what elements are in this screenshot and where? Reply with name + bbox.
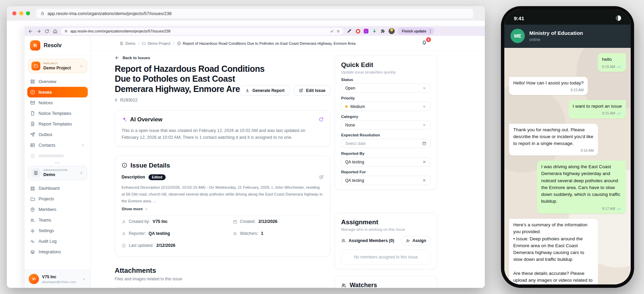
minimize-window-button[interactable] xyxy=(19,11,23,15)
edit-issue-button[interactable]: Edit Issue xyxy=(294,85,331,96)
close-window-button[interactable] xyxy=(12,11,16,15)
back-to-issues-link[interactable]: Back to Issues xyxy=(115,55,331,60)
hash-icon: # xyxy=(115,98,117,103)
status-time: 9:41 xyxy=(514,15,524,21)
back-arrow-icon xyxy=(115,55,120,60)
organization-selector[interactable]: ORGANIZATION Demo xyxy=(28,166,87,180)
chevron-right-icon xyxy=(81,143,85,147)
chevron-down-icon xyxy=(422,104,426,109)
sidebar-item-contacts[interactable]: Contacts xyxy=(27,140,88,150)
bookmark-star-icon[interactable] xyxy=(336,29,340,33)
sidebar-item-notices[interactable]: Notices xyxy=(27,97,88,108)
site-info-icon[interactable] xyxy=(64,29,68,33)
sidebar-item-integrations[interactable]: Integrations xyxy=(27,247,88,257)
refresh-icon[interactable] xyxy=(319,117,324,122)
organization-building-icon xyxy=(31,169,40,177)
read-receipt-icon: ✓✓ xyxy=(617,111,622,117)
watchers-row: Watchers:1 xyxy=(233,229,324,238)
sidebar-item-overview[interactable]: Overview xyxy=(27,76,88,87)
extensions-puzzle-icon[interactable] xyxy=(380,28,386,34)
browser-omnibox[interactable]: app.resolv-ims.com/organizations/demo/pr… xyxy=(61,28,344,35)
project-selector[interactable]: PROJECT Demo Project xyxy=(28,59,87,73)
password-key-icon[interactable] xyxy=(330,29,334,33)
extension-green-arrow-icon[interactable] xyxy=(372,28,377,34)
main-area: Demo / Demo Project / Report of Hazardou… xyxy=(91,36,485,288)
sidebar-item-notice-templates[interactable]: Notice Templates xyxy=(27,108,88,119)
watchers-card: Watchers Contacts and groups notified of… xyxy=(335,276,437,288)
reported-by-label: Reported By xyxy=(341,151,431,156)
home-icon[interactable] xyxy=(53,29,58,34)
extension-eyedropper-icon[interactable] xyxy=(347,28,352,34)
sparkle-icon xyxy=(122,117,127,122)
sidebar-item-projects[interactable]: Projects xyxy=(27,194,88,204)
resolv-logo: R xyxy=(30,40,40,51)
chat-contact-name: Ministry of Education xyxy=(529,30,583,36)
phone-mockup: 9:41 ME Ministry of Education online hel… xyxy=(501,6,634,288)
download-icon xyxy=(245,88,250,93)
sidebar-item-dashboard[interactable]: Dashboard xyxy=(27,183,88,194)
mac-browser-window: app.resolv-ima.com/organizations/demo/pr… xyxy=(7,6,485,288)
message-time: 9:16 AM xyxy=(580,148,594,153)
extension-purple-download-icon[interactable]: ↓ xyxy=(364,29,368,34)
created-row: Created:2/12/2026 xyxy=(233,217,324,226)
chevron-down-icon xyxy=(422,123,426,127)
maximize-window-button[interactable] xyxy=(26,11,30,15)
breadcrumb-issue[interactable]: Report of Hazardous Road Conditions Due … xyxy=(177,41,355,45)
issue-details-card: Issue Details Description Edited Enhance… xyxy=(115,156,331,256)
issue-id: # R293022 xyxy=(115,98,331,103)
priority-dot-icon xyxy=(345,105,348,108)
back-icon[interactable] xyxy=(28,29,33,34)
sidebar-item-outbox[interactable]: Outbox xyxy=(27,129,88,140)
browser-menu-icon[interactable]: ⋮ xyxy=(429,29,433,34)
user-icon xyxy=(122,219,126,224)
upload-attachments-button[interactable]: Upload Attachments xyxy=(115,287,331,288)
edit-description-icon[interactable] xyxy=(319,175,324,179)
show-more-link[interactable]: Show more xyxy=(122,207,324,211)
reported-for-input[interactable]: QA testing xyxy=(341,176,431,185)
sidebar-item-audit-log[interactable]: Audit Log xyxy=(27,236,88,247)
calendar-icon xyxy=(422,141,426,146)
read-receipt-icon: ✓✓ xyxy=(617,64,622,70)
sidebar-item-report-templates[interactable]: Report Templates xyxy=(27,119,88,129)
notification-badge: 5 xyxy=(426,37,431,42)
status-select[interactable]: Open xyxy=(341,83,431,93)
reported-by-input[interactable]: QA testing xyxy=(341,157,431,166)
sidebar-item-settings[interactable]: Settings xyxy=(27,226,88,236)
chat-bubble-outgoing: I was driving along the East Coast Demer… xyxy=(537,161,626,214)
chat-header[interactable]: ME Ministry of Education online xyxy=(504,25,631,48)
extension-red-icon[interactable] xyxy=(355,28,361,34)
browser-profile-avatar[interactable] xyxy=(389,28,395,34)
forward-icon[interactable] xyxy=(36,29,41,34)
category-select[interactable]: None xyxy=(341,120,431,130)
watchers-title: Watchers xyxy=(350,282,377,288)
clear-icon[interactable] xyxy=(422,178,426,183)
project-eyebrow: PROJECT xyxy=(43,62,71,65)
chat-message-list[interactable]: hello9:15 AM✓✓ Hello! How can I assist y… xyxy=(504,48,631,284)
expected-resolution-input[interactable]: Select date xyxy=(341,139,431,148)
browser-toolbar: app.resolv-ims.com/organizations/demo/pr… xyxy=(25,26,485,36)
user-menu[interactable]: VI V75 Inc developer@v75inc.com xyxy=(25,270,90,288)
clear-icon[interactable] xyxy=(422,160,426,164)
notifications-button[interactable]: 5 xyxy=(421,40,429,47)
chat-bubble-outgoing: I want to report an issue9:15 AM✓✓ xyxy=(569,100,626,119)
issue-column: Back to Issues Report of Hazardous Road … xyxy=(115,51,331,288)
sidebar-item-teams[interactable]: Teams xyxy=(27,215,88,226)
finish-update-button[interactable]: Finish update ⋮ xyxy=(398,27,434,35)
reload-icon[interactable] xyxy=(44,29,50,34)
sidebar-item-issues[interactable]: Issues xyxy=(27,87,88,97)
sidebar-item-members[interactable]: Members xyxy=(27,204,88,215)
description-label: Description xyxy=(122,175,145,179)
chat-bubble-outgoing: hello9:15 AM✓✓ xyxy=(598,53,626,72)
generate-report-button[interactable]: Generate Report xyxy=(240,85,290,96)
chat-bubble-incoming: Here's a summary of the information you … xyxy=(509,219,598,284)
assign-button[interactable]: Assign xyxy=(401,236,431,245)
project-nav: Overview Issues Notices Notice Templates… xyxy=(25,75,90,161)
resolv-app: R Resolv PROJECT Demo Project Overview I… xyxy=(25,36,485,288)
message-time: 9:17 AM xyxy=(602,206,615,212)
priority-select[interactable]: Medium xyxy=(341,102,431,111)
mac-address-bar[interactable]: app.resolv-ima.com/organizations/demo/pr… xyxy=(36,9,473,18)
breadcrumb-org[interactable]: Demo xyxy=(120,41,135,45)
organization-eyebrow: ORGANIZATION xyxy=(43,169,68,172)
breadcrumb-project[interactable]: Demo Project xyxy=(142,41,170,45)
issue-details-title: Issue Details xyxy=(130,162,170,169)
